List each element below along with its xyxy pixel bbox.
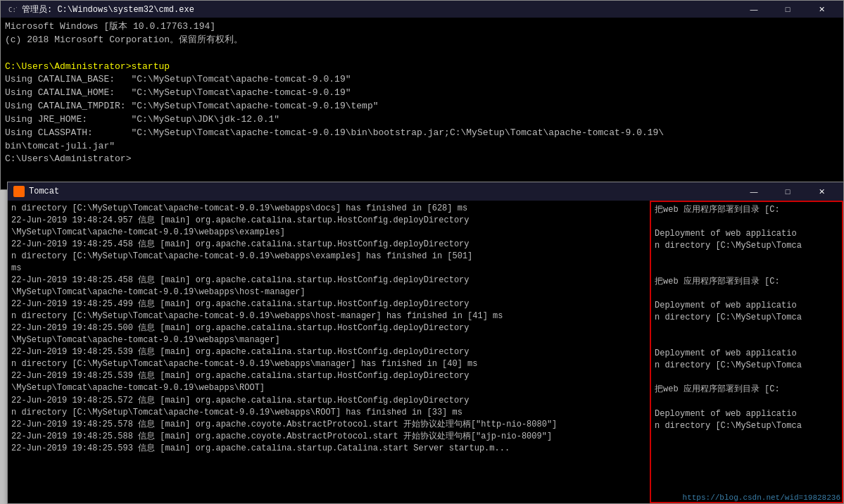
tomcat-left-line-20: 22-Jun-2019 19:48:25.593 信息 [main] org.a… [11,443,646,455]
tomcat-left-line-7: \MySetup\Tomcat\apache-tomcat-9.0.19\web… [11,286,646,298]
tomcat-left-line-2: \MySetup\Tomcat\apache-tomcat-9.0.19\web… [11,227,646,239]
tomcat-right-line-17: Deployment of web applicatio [655,408,838,420]
svg-text:C:\: C:\ [8,6,17,13]
tomcat-left-line-10: 22-Jun-2019 19:48:25.500 信息 [main] org.a… [11,322,646,334]
tomcat-right-line-9: n directory [C:\MySetup\Tomca [655,312,838,324]
tomcat-right-line-13: n directory [C:\MySetup\Tomca [655,360,838,372]
tomcat-left-line-4: n directory [C:\MySetup\Tomcat\apache-to… [11,251,646,263]
tomcat-left-panel: n directory [C:\MySetup\Tomcat\apache-to… [8,201,650,503]
tomcat-left-line-3: 22-Jun-2019 19:48:25.458 信息 [main] org.a… [11,239,646,251]
tomcat-window-controls: — □ ✕ [738,183,838,200]
tomcat-right-line-7 [655,288,838,300]
tomcat-left-line-6: 22-Jun-2019 19:48:25.458 信息 [main] org.a… [11,275,646,286]
tomcat-left-line-18: 22-Jun-2019 19:48:25.578 信息 [main] org.a… [11,419,646,431]
cmd-icon: C:\ [6,4,18,15]
tomcat-left-line-11: \MySetup\Tomcat\apache-tomcat-9.0.19\web… [11,334,646,346]
tomcat-left-line-5: ms [11,263,646,275]
tomcat-right-line-19 [655,432,838,444]
tomcat-left-line-15: \MySetup\Tomcat\apache-tomcat-9.0.19\web… [11,382,646,394]
tomcat-left-line-12: 22-Jun-2019 19:48:25.539 信息 [main] org.a… [11,346,646,358]
tomcat-right-output: 把web 应用程序部署到目录 [C: Deployment of web app… [651,201,843,503]
cmd-title: 管理员: C:\Windows\system32\cmd.exe [22,4,738,15]
tomcat-left-line-1: 22-Jun-2019 19:48:24.957 信息 [main] org.a… [11,215,646,227]
cmd-output: Microsoft Windows [版本 10.0.17763.194] (c… [1,18,843,169]
tomcat-left-line-17: n directory [C:\MySetup\Tomcat\apache-to… [11,407,646,419]
cmd-titlebar: C:\ 管理员: C:\Windows\system32\cmd.exe — □… [1,1,843,18]
cmd-minimize-button[interactable]: — [738,1,770,18]
cmd-line-6: Using CATALINA_HOME: "C:\MySetup\Tomcat\… [5,87,839,100]
tomcat-left-line-0: n directory [C:\MySetup\Tomcat\apache-to… [11,203,646,215]
tomcat-content-area: n directory [C:\MySetup\Tomcat\apache-to… [8,201,843,503]
cmd-line-3 [5,47,839,61]
watermark: https://blog.csdn.net/wid=19828236 [683,493,840,502]
tomcat-right-line-15: 把web 应用程序部署到目录 [C: [655,384,838,396]
cmd-window-controls: — □ ✕ [738,1,838,18]
tomcat-right-line-6: 把web 应用程序部署到目录 [C: [655,276,838,288]
tomcat-close-button[interactable]: ✕ [805,183,838,200]
cmd-close-button[interactable]: ✕ [805,1,838,18]
tomcat-right-line-12: Deployment of web applicatio [655,348,838,360]
cmd-line-4: C:\Users\Administrator>startup [5,61,839,74]
tomcat-right-line-2: Deployment of web applicatio [655,228,838,240]
tomcat-right-line-3: n directory [C:\MySetup\Tomca [655,240,838,252]
tomcat-maximize-button[interactable]: □ [771,183,804,200]
cmd-line-5: Using CATALINA_BASE: "C:\MySetup\Tomcat\… [5,73,839,87]
tomcat-titlebar: Tomcat — □ ✕ [8,182,843,201]
tomcat-icon [13,186,25,197]
tomcat-right-line-16 [655,396,838,408]
tomcat-right-line-4 [655,252,838,264]
tomcat-left-line-16: 22-Jun-2019 19:48:25.572 信息 [main] org.a… [11,395,646,407]
tomcat-right-panel: 把web 应用程序部署到目录 [C: Deployment of web app… [650,201,843,503]
tomcat-window: Tomcat — □ ✕ n directory [C:\MySetup\Tom… [7,182,844,504]
tomcat-left-line-14: 22-Jun-2019 19:48:25.539 信息 [main] org.a… [11,370,646,382]
tomcat-left-line-19: 22-Jun-2019 19:48:25.588 信息 [main] org.a… [11,431,646,443]
cmd-line-9: Using CLASSPATH: "C:\MySetup\Tomcat\apac… [5,127,839,140]
cmd-window: C:\ 管理员: C:\Windows\system32\cmd.exe — □… [0,0,844,190]
cmd-line-11: C:\Users\Administrator> [5,153,839,166]
tomcat-left-line-8: 22-Jun-2019 19:48:25.499 信息 [main] org.a… [11,298,646,310]
tomcat-right-line-10 [655,324,838,336]
cmd-line-1: Microsoft Windows [版本 10.0.17763.194] [5,20,839,34]
tomcat-output: n directory [C:\MySetup\Tomcat\apache-to… [8,201,650,457]
tomcat-right-line-5 [655,264,838,276]
tomcat-left-line-13: n directory [C:\MySetup\Tomcat\apache-to… [11,358,646,370]
cmd-maximize-button[interactable]: □ [771,1,804,18]
cmd-line-2: (c) 2018 Microsoft Corporation。保留所有权利。 [5,34,839,47]
tomcat-title: Tomcat [29,187,738,196]
tomcat-right-line-11 [655,336,838,348]
tomcat-right-line-8: Deployment of web applicatio [655,300,838,312]
tomcat-right-line-20 [655,444,838,456]
tomcat-right-line-18: n directory [C:\MySetup\Tomca [655,420,838,432]
tomcat-minimize-button[interactable]: — [738,183,770,200]
cmd-line-10: bin\tomcat-juli.jar" [5,140,839,153]
tomcat-right-line-14 [655,372,838,384]
tomcat-right-line-1 [655,216,838,228]
tomcat-right-line-0: 把web 应用程序部署到目录 [C: [655,204,838,216]
cmd-line-8: Using JRE_HOME: "C:\MySetup\JDK\jdk-12.0… [5,113,839,127]
cmd-line-7: Using CATALINA_TMPDIR: "C:\MySetup\Tomca… [5,100,839,113]
tomcat-left-line-9: n directory [C:\MySetup\Tomcat\apache-to… [11,310,646,322]
